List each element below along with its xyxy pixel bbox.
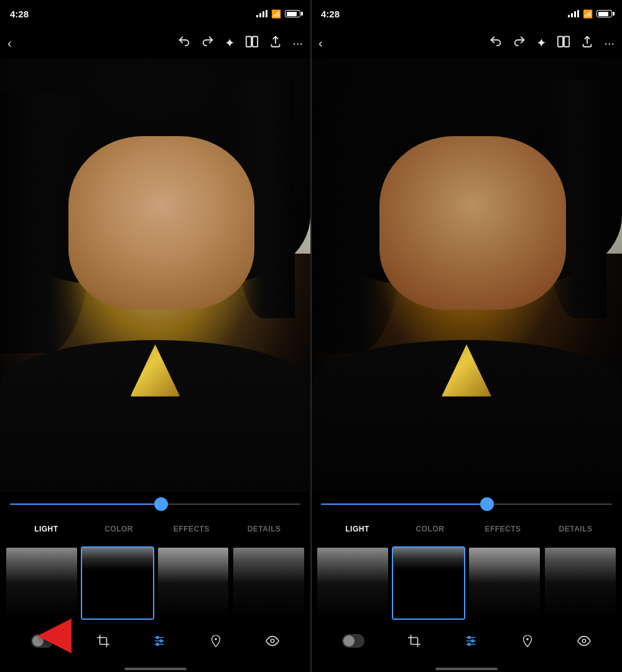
tab-details-left[interactable]: DETAILS <box>228 525 300 533</box>
tab-light-left[interactable]: LIGHT <box>10 525 83 533</box>
share-button-left[interactable] <box>269 35 282 52</box>
svg-point-16 <box>468 637 470 639</box>
svg-rect-1 <box>253 36 258 47</box>
more-button-left[interactable]: ··· <box>292 36 303 50</box>
heal-button-right[interactable] <box>521 634 534 648</box>
eye-button-left[interactable] <box>266 634 279 648</box>
bottom-toolbar-right <box>311 622 622 666</box>
svg-point-6 <box>160 640 162 642</box>
magic-button-left[interactable]: ✦ <box>225 35 235 50</box>
portrait-photo-right <box>311 58 622 492</box>
status-icons-right: 📶 <box>568 9 612 19</box>
signal-icon-right <box>568 10 579 17</box>
crop-button-right[interactable] <box>407 634 421 648</box>
slider-container-left[interactable] <box>0 492 310 517</box>
adj-img-shadows-left <box>233 548 304 619</box>
toolbar-right: ‹ ✦ <box>311 27 622 58</box>
adj-shadows-right[interactable]: Shadows <box>544 546 617 630</box>
time-right: 4:28 <box>321 9 340 19</box>
adj-thumb-contrast-left[interactable] <box>81 546 154 620</box>
crop-button-left[interactable] <box>96 634 110 648</box>
slider-thumb-right[interactable]: 48 <box>480 497 494 511</box>
adj-img-exposure-right <box>317 548 388 619</box>
battery-icon-right <box>596 10 612 17</box>
toggle-switch-right[interactable] <box>342 634 364 648</box>
left-panel: 4:28 📶 ‹ <box>0 0 311 672</box>
tab-color-left[interactable]: COLOR <box>83 525 156 533</box>
tab-details-right[interactable]: DETAILS <box>539 525 612 533</box>
adj-exposure-right[interactable]: Exposure <box>316 546 389 630</box>
adjustments-row-right: Exposure Contrast Highlights <box>311 541 622 622</box>
status-icons-left: 📶 <box>256 9 300 19</box>
tab-bar-left: LIGHT COLOR EFFECTS DETAILS <box>0 517 310 541</box>
photo-right <box>311 58 622 492</box>
right-panel: 4:28 📶 ‹ <box>311 0 622 672</box>
home-indicator-left <box>0 666 310 672</box>
redo-button-right[interactable] <box>513 35 526 52</box>
adj-thumb-highlights-left[interactable] <box>157 546 230 620</box>
redo-button-left[interactable] <box>201 35 215 52</box>
magic-button-right[interactable]: ✦ <box>536 35 547 50</box>
wifi-icon-left: 📶 <box>271 9 281 19</box>
status-bar-left: 4:28 📶 <box>0 0 310 27</box>
toolbar-right-right-group: ✦ ··· <box>489 35 615 52</box>
adj-shadows-left[interactable]: Shadows <box>232 546 305 630</box>
toggle-knob-right <box>343 635 355 647</box>
wifi-icon-right: 📶 <box>583 9 593 19</box>
home-bar-left <box>124 668 187 670</box>
status-bar-right: 4:28 📶 <box>311 0 622 27</box>
adj-thumb-exposure-right[interactable] <box>316 546 389 620</box>
tab-effects-left[interactable]: EFFECTS <box>156 525 228 533</box>
adj-thumb-contrast-right[interactable] <box>392 546 465 620</box>
svg-point-21 <box>582 639 586 643</box>
adj-contrast-right[interactable]: Contrast <box>392 546 465 630</box>
share-button-right[interactable] <box>580 35 594 52</box>
slider-track-left[interactable] <box>10 504 300 505</box>
adj-img-exposure-left <box>6 548 77 619</box>
compare-button-left[interactable] <box>245 35 259 52</box>
sliders-button-left[interactable] <box>152 634 166 648</box>
slider-thumb-left[interactable] <box>154 497 168 511</box>
adj-thumb-highlights-right[interactable] <box>468 546 541 620</box>
home-indicator-right <box>311 666 622 672</box>
home-bar-right <box>435 668 498 670</box>
svg-rect-12 <box>564 36 569 47</box>
svg-point-18 <box>468 643 470 646</box>
undo-button-right[interactable] <box>489 35 503 52</box>
undo-button-left[interactable] <box>177 35 191 52</box>
tab-light-right[interactable]: LIGHT <box>321 525 394 533</box>
eye-button-right[interactable] <box>577 634 591 648</box>
slider-fill-right <box>321 504 487 505</box>
adj-img-highlights-right <box>469 548 540 619</box>
adj-contrast-left[interactable]: Contrast <box>81 546 154 630</box>
adjustments-row-left: Exposure Contrast Highlights <box>0 541 310 622</box>
adj-thumb-shadows-left[interactable] <box>232 546 305 620</box>
adj-exposure-left[interactable]: Exposure <box>5 546 78 630</box>
back-button-right[interactable]: ‹ <box>318 36 323 50</box>
slider-track-right[interactable]: 48 <box>321 504 612 505</box>
slider-fill-left <box>10 504 161 505</box>
svg-rect-0 <box>246 36 251 47</box>
back-button-left[interactable]: ‹ <box>7 36 12 50</box>
adj-thumb-exposure-left[interactable] <box>5 546 78 620</box>
svg-point-7 <box>157 643 159 646</box>
toolbar-left: ‹ ✦ <box>0 27 310 58</box>
adj-img-contrast-left <box>82 548 153 619</box>
compare-button-right[interactable] <box>557 35 570 52</box>
sliders-button-right[interactable] <box>464 634 478 648</box>
svg-point-10 <box>271 639 274 643</box>
toolbar-right-group: ✦ ··· <box>177 35 303 52</box>
tab-effects-right[interactable]: EFFECTS <box>466 525 539 533</box>
adj-thumb-shadows-right[interactable] <box>544 546 617 620</box>
tab-color-right[interactable]: COLOR <box>394 525 466 533</box>
tab-bar-right: LIGHT COLOR EFFECTS DETAILS <box>311 517 622 541</box>
heal-button-left[interactable] <box>209 634 223 648</box>
more-button-right[interactable]: ··· <box>604 36 615 50</box>
adj-highlights-left[interactable]: Highlights <box>157 546 230 630</box>
adj-img-highlights-left <box>158 548 229 619</box>
slider-container-right[interactable]: 48 <box>311 492 622 517</box>
svg-point-5 <box>157 637 159 639</box>
dual-panel: 4:28 📶 ‹ <box>0 0 622 672</box>
panel-divider <box>311 0 312 672</box>
adj-highlights-right[interactable]: Highlights <box>468 546 541 630</box>
